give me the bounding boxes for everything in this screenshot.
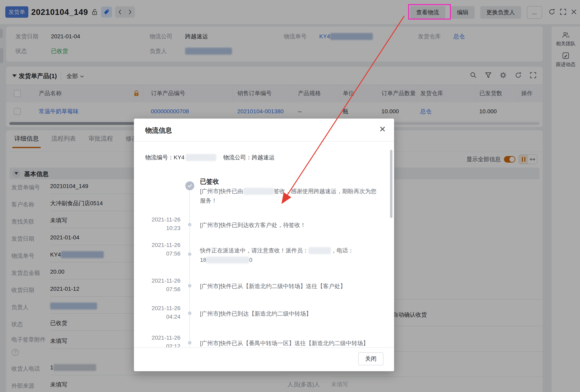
timeline-text: 快件正在派送途中，请注意查收！派件员：，电话：180 (200, 246, 379, 265)
timeline-time: 07:56 (134, 250, 180, 257)
redacted-text (206, 257, 249, 263)
modal-footer: 关闭 (134, 347, 394, 371)
timeline-date: 2021-11-26 (134, 305, 180, 311)
timeline-text: [广州市]快件已到达收方客户处，待签收！ (200, 220, 379, 230)
logistics-company-label: 物流公司：跨越速运 (223, 154, 275, 161)
timeline-dot (188, 341, 191, 345)
timeline-status-title: 已签收 (200, 177, 219, 186)
check-icon (185, 181, 194, 190)
modal-header: 物流信息 ✕ (134, 119, 394, 142)
timeline-text: [广州市]快件已到达【新造北约二级中转场】 (200, 309, 379, 318)
timeline-dot (188, 311, 191, 315)
timeline-date: 2021-11-26 (134, 216, 180, 223)
timeline-date: 2021-11-26 (134, 242, 180, 248)
close-button[interactable]: 关闭 (358, 352, 384, 365)
modal-scrollbar-thumb[interactable] (390, 150, 392, 218)
timeline-text: [广州市]快件已从【新造北约二级中转场】送往【客户处】 (200, 282, 379, 291)
shipping-order-page: 发货单 20210104_149 查看物流编辑更换负责人... (0, 0, 580, 392)
logistics-timeline: 已签收[广州市]快件已由签收，感谢使用跨越速运，期盼再次为您服务！2021-11… (134, 168, 394, 347)
timeline-date: 2021-11-26 (134, 335, 180, 341)
timeline-time: 07:56 (134, 286, 180, 293)
timeline-date: 2021-11-26 (134, 278, 180, 284)
redacted-text (308, 247, 331, 254)
redacted-tracking-number (186, 154, 216, 161)
timeline-time: 02:12 (134, 343, 180, 347)
tracking-number-label: 物流编号：KY4 (145, 154, 184, 161)
timeline-text: [广州市]快件已从【番禺中转场一区】送往【新造北约二级中转场】 (200, 339, 379, 347)
timeline-dot (188, 252, 191, 256)
modal-close-icon[interactable]: ✕ (379, 125, 386, 133)
redacted-text (243, 188, 274, 195)
timeline-dot (188, 284, 191, 288)
timeline-time: 04:24 (134, 313, 180, 320)
timeline-time: 10:23 (134, 225, 180, 231)
tracking-info-row: 物流编号：KY4 物流公司：跨越速运 (145, 154, 216, 161)
timeline-text: [广州市]快件已由签收，感谢使用跨越速运，期盼再次为您服务！ (200, 187, 379, 205)
modal-title: 物流信息 (145, 126, 172, 135)
logistics-modal: 物流信息 ✕ 物流编号：KY4 物流公司：跨越速运 已签收[广州市]快件已由签收… (134, 119, 394, 371)
timeline-dot (188, 223, 191, 226)
